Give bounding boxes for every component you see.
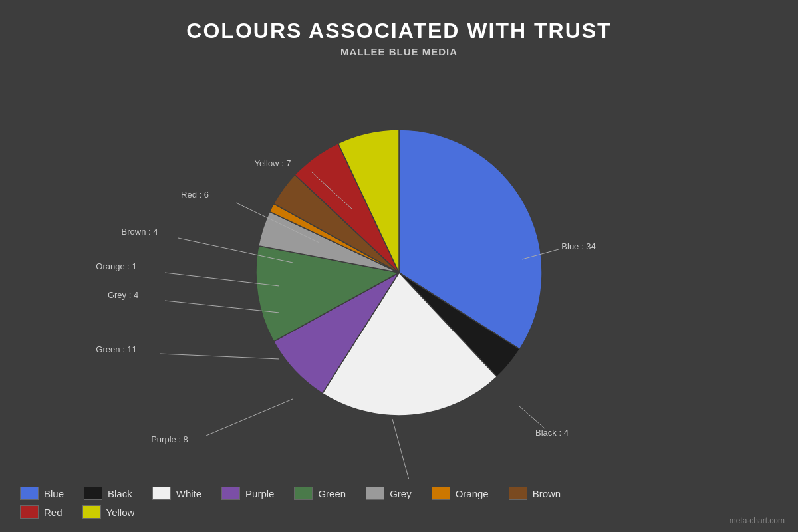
legend-item-red: Red (20, 505, 63, 519)
legend-swatch-brown (509, 487, 527, 500)
legend-label-yellow: Yellow (106, 507, 135, 518)
legend-area: BlueBlackWhitePurpleGreenGreyOrangeBrown… (20, 487, 485, 519)
legend-item-white: White (152, 487, 201, 500)
legend-item-orange: Orange (432, 487, 489, 500)
chart-area: Blue : 34Black : 4White : 21Purple : 8Gr… (0, 66, 798, 479)
legend-item-purple: Purple (221, 487, 274, 500)
legend-swatch-white (152, 487, 171, 500)
label-yellow: Yellow : 7 (254, 158, 291, 168)
legend-label-blue: Blue (44, 488, 64, 499)
legend-swatch-red (20, 505, 39, 519)
legend-row-2: RedYellow (20, 505, 134, 519)
legend-label-white: White (176, 488, 201, 499)
subtitle: MALLEE BLUE MEDIA (0, 46, 798, 57)
label-brown: Brown : 4 (122, 227, 158, 237)
legend-item-blue: Blue (20, 487, 64, 500)
svg-line-4 (160, 354, 279, 359)
label-grey: Grey : 4 (108, 290, 138, 300)
legend-row-1: BlueBlackWhitePurpleGreenGreyOrangeBrown (20, 487, 561, 500)
label-orange: Orange : 1 (96, 261, 136, 271)
legend-swatch-blue (20, 487, 39, 500)
label-green: Green : 11 (96, 344, 136, 354)
legend-item-green: Green (294, 487, 346, 500)
legend-item-black: Black (84, 487, 132, 500)
legend-swatch-green (294, 487, 313, 500)
legend-swatch-black (84, 487, 102, 500)
legend-label-grey: Grey (390, 488, 412, 499)
legend-swatch-yellow (82, 505, 101, 519)
legend-label-black: Black (108, 488, 132, 499)
watermark: meta-chart.com (730, 516, 785, 525)
legend-swatch-grey (366, 487, 384, 500)
legend-swatch-orange (432, 487, 450, 500)
legend-item-grey: Grey (366, 487, 412, 500)
main-title: COLOURS ASSOCIATED WITH TRUST (0, 19, 798, 43)
legend-label-purple: Purple (245, 488, 274, 499)
legend-label-green: Green (318, 488, 346, 499)
legend-swatch-purple (221, 487, 240, 500)
label-purple: Purple : 8 (151, 434, 188, 444)
svg-line-3 (206, 399, 293, 436)
svg-line-1 (519, 406, 545, 429)
label-red: Red : 6 (181, 190, 209, 200)
label-blue: Blue : 34 (561, 241, 595, 251)
label-black: Black : 4 (535, 428, 569, 438)
svg-line-2 (392, 419, 412, 479)
legend-label-orange: Orange (456, 488, 489, 499)
legend-item-yellow: Yellow (82, 505, 135, 519)
title-area: COLOURS ASSOCIATED WITH TRUST MALLEE BLU… (0, 0, 798, 57)
chart-container: COLOURS ASSOCIATED WITH TRUST MALLEE BLU… (0, 0, 798, 532)
legend-label-brown: Brown (533, 488, 561, 499)
legend-item-brown: Brown (509, 487, 561, 500)
pie-chart-svg: Blue : 34Black : 4White : 21Purple : 8Gr… (0, 66, 798, 479)
legend-label-red: Red (44, 507, 63, 518)
